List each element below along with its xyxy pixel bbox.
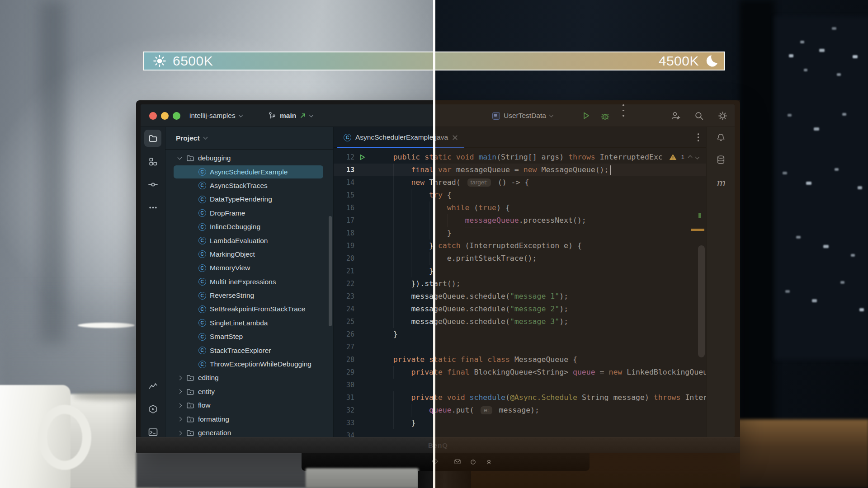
project-tool-button[interactable]	[144, 130, 161, 147]
gutter[interactable]: 18	[334, 229, 366, 237]
tree-item[interactable]: InlineDebugging	[165, 220, 333, 234]
run-button[interactable]	[581, 104, 591, 127]
warning-count[interactable]: 1	[681, 154, 684, 160]
code-line[interactable]: 18 }	[334, 227, 706, 239]
gutter[interactable]: 23	[334, 292, 366, 300]
code-line[interactable]: 14 new Thread( target: () -> {	[334, 176, 706, 189]
code-line[interactable]: 28 private static final class MessageQue…	[334, 353, 706, 366]
code-line[interactable]: 34	[334, 429, 706, 437]
code-line[interactable]: 24 messageQueue.schedule("message 2");	[334, 303, 706, 315]
tree-item[interactable]: generation	[165, 426, 333, 437]
debug-button[interactable]	[600, 104, 610, 127]
code-line[interactable]: 32 queue.put( e: message);	[334, 404, 706, 417]
code-line[interactable]: 21 }	[334, 265, 706, 277]
tree-twisty-icon[interactable]	[176, 404, 183, 407]
project-selector[interactable]: intellij-samples	[189, 104, 242, 127]
database-icon[interactable]	[712, 151, 729, 168]
tree-twisty-icon[interactable]	[176, 432, 183, 435]
gutter[interactable]: 19	[334, 242, 366, 250]
gutter[interactable]: 26	[334, 330, 366, 338]
window-minimize-button[interactable]	[161, 112, 169, 120]
gutter[interactable]: 29	[334, 368, 366, 376]
tree-item[interactable]: ReverseString	[165, 289, 333, 302]
tree-item[interactable]: AsyncStackTraces	[165, 179, 333, 192]
more-tools-button[interactable]	[144, 199, 161, 216]
code-line[interactable]: 16 while (true) {	[334, 202, 706, 214]
editor-tab[interactable]: AsyncSchedulerExample.java	[337, 127, 464, 148]
code-line[interactable]: 33 }	[334, 417, 706, 429]
tree-item[interactable]: SetBreakpointFromStackTrace	[165, 302, 333, 316]
gutter[interactable]: 13	[334, 166, 366, 174]
project-scrollbar[interactable]	[329, 216, 332, 326]
add-user-button[interactable]	[670, 104, 681, 127]
code-line[interactable]: 22 }).start();	[334, 277, 706, 290]
gutter[interactable]: 15	[334, 191, 366, 199]
gutter[interactable]: 31	[334, 394, 366, 402]
maven-icon[interactable]: m	[712, 174, 729, 192]
tree-item[interactable]: entity	[165, 385, 333, 399]
tree-twisty-icon[interactable]	[176, 390, 183, 393]
next-problem-button[interactable]	[695, 155, 700, 159]
tree-item[interactable]: StackTraceExplorer	[165, 343, 333, 357]
code-line[interactable]: 17 messageQueue.processNext();	[334, 214, 706, 227]
tab-options-button[interactable]	[698, 133, 699, 141]
gutter[interactable]: 22	[334, 280, 366, 288]
code-area[interactable]: 12 public static void main(String[] args…	[334, 148, 706, 437]
tree-item[interactable]: MemoryView	[165, 261, 333, 275]
terminal-tool-button[interactable]	[144, 423, 161, 437]
gutter[interactable]: 34	[334, 432, 366, 437]
gutter[interactable]: 16	[334, 204, 366, 212]
code-line[interactable]: 25 messageQueue.schedule("message 3");	[334, 315, 706, 328]
window-zoom-button[interactable]	[173, 112, 180, 120]
settings-gear-icon[interactable]	[717, 104, 728, 127]
code-line[interactable]: 29 private final BlockingQueue<String> q…	[334, 366, 706, 379]
tree-twisty-icon[interactable]	[176, 157, 183, 159]
commit-tool-button[interactable]	[144, 176, 161, 193]
window-close-button[interactable]	[149, 112, 157, 120]
gutter[interactable]: 24	[334, 305, 366, 313]
search-button[interactable]	[694, 104, 704, 127]
gutter[interactable]: 32	[334, 406, 366, 414]
gutter[interactable]: 14	[334, 178, 366, 187]
tree-item[interactable]: debugging	[165, 151, 333, 165]
tree-twisty-icon[interactable]	[176, 418, 183, 421]
gutter[interactable]: 33	[334, 419, 366, 427]
run-line-icon[interactable]	[359, 154, 366, 161]
code-line[interactable]: 30	[334, 379, 706, 391]
tree-twisty-icon[interactable]	[176, 376, 183, 380]
notifications-bell-icon[interactable]	[712, 128, 729, 145]
tree-item[interactable]: AsyncSchedulerExample	[165, 165, 333, 178]
editor-scrollbar[interactable]	[698, 245, 705, 357]
gutter[interactable]: 28	[334, 356, 366, 364]
tree-item[interactable]: SingleLineLambda	[165, 316, 333, 330]
close-icon[interactable]	[452, 135, 458, 141]
tree-item[interactable]: formatting	[165, 412, 333, 426]
gutter[interactable]: 25	[334, 318, 366, 326]
code-line[interactable]: 20 e.printStackTrace();	[334, 252, 706, 265]
code-line[interactable]: 19 } catch (InterruptedException e) {	[334, 239, 706, 252]
code-line[interactable]: 26 }	[334, 328, 706, 341]
run-configuration-selector[interactable]: UserTestData	[492, 104, 553, 127]
profiler-tool-button[interactable]	[144, 377, 161, 394]
tree-item[interactable]: ThrowExceptionWhileDebugging	[165, 357, 333, 371]
code-line[interactable]: 12 public static void main(String[] args…	[334, 151, 706, 164]
gutter[interactable]: 21	[334, 267, 366, 275]
tree-item[interactable]: MarkingObject	[165, 248, 333, 261]
project-panel-header[interactable]: Project	[165, 127, 333, 150]
structure-tool-button[interactable]	[144, 153, 161, 170]
code-line[interactable]: 15 try {	[334, 189, 706, 202]
gutter[interactable]: 30	[334, 381, 366, 389]
previous-problem-button[interactable]	[688, 155, 693, 160]
tree-item[interactable]: DropFrame	[165, 206, 333, 220]
gutter[interactable]: 17	[334, 216, 366, 225]
tree-item[interactable]: editing	[165, 371, 333, 385]
code-line[interactable]: 31 private void schedule(@Async.Schedule…	[334, 391, 706, 404]
more-actions-button[interactable]	[623, 104, 624, 127]
tree-item[interactable]: MultiLineExpressions	[165, 275, 333, 289]
tree-item[interactable]: flow	[165, 399, 333, 412]
gutter[interactable]: 27	[334, 343, 366, 351]
branch-selector[interactable]: main	[268, 104, 313, 127]
code-line[interactable]: 27	[334, 341, 706, 353]
code-line[interactable]: 13 final var messageQueue = new MessageQ…	[334, 164, 706, 176]
gutter[interactable]: 20	[334, 254, 366, 263]
